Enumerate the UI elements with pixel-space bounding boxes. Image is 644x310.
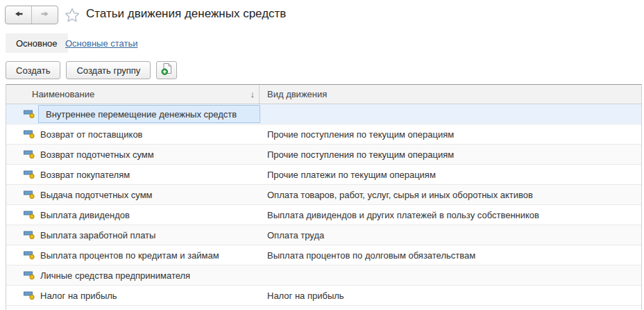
item-name: Возврат от поставщиков xyxy=(40,124,143,144)
item-name: Выплата заработной платы xyxy=(40,225,155,245)
item-name: Выплата процентов по кредитам и займам xyxy=(40,245,219,265)
catalog-item-icon xyxy=(24,110,36,119)
back-button[interactable] xyxy=(6,6,31,24)
cell-movement-type[interactable]: Выплата процентов по долговым обязательс… xyxy=(260,245,641,265)
cell-movement-type[interactable]: Оплата товаров, работ, услуг, сырья и ин… xyxy=(260,185,641,204)
table-row[interactable]: Возврат покупателям Прочие платежи по те… xyxy=(6,165,641,185)
create-group-button[interactable]: Создать группу xyxy=(66,61,151,79)
item-name: Налог на прибыль xyxy=(40,286,117,305)
cell-movement-type[interactable]: Налог на прибыль xyxy=(260,286,641,305)
item-name: Личные средства предпринимателя xyxy=(40,266,190,285)
cell-name[interactable]: Выплата процентов по кредитам и займам xyxy=(6,245,260,265)
forward-button[interactable] xyxy=(31,6,58,24)
catalog-item-icon xyxy=(24,251,36,260)
arrow-right-icon xyxy=(40,8,51,22)
cell-name[interactable]: Выплата дивидендов xyxy=(6,205,260,225)
table-row[interactable]: Выплата процентов по кредитам и займам В… xyxy=(6,245,641,266)
page-title: Статьи движения денежных средств xyxy=(86,7,286,21)
cell-movement-type[interactable]: Выплата дивидендов и других платежей в п… xyxy=(260,205,641,225)
item-name: Возврат покупателям xyxy=(40,165,130,184)
cell-name[interactable]: Налог на прибыль xyxy=(6,286,260,305)
item-name: Выдача подотчетных сумм xyxy=(40,185,153,204)
table-row[interactable]: Возврат подотчетных сумм Прочие поступле… xyxy=(6,145,641,165)
cell-movement-type[interactable]: Прочие поступления по текущим операциям xyxy=(260,145,641,164)
table-row[interactable]: Выплата заработной платы Оплата труда xyxy=(6,225,641,245)
cell-movement-type[interactable] xyxy=(260,266,641,285)
cell-name[interactable]: Возврат подотчетных сумм xyxy=(6,145,260,164)
cell-movement-type[interactable]: Оплата труда xyxy=(260,225,641,245)
cell-name[interactable]: Возврат покупателям xyxy=(6,165,260,184)
item-name: Возврат подотчетных сумм xyxy=(40,145,154,164)
cell-movement-type[interactable] xyxy=(260,104,641,124)
table-row[interactable]: Личные средства предпринимателя xyxy=(6,266,641,286)
column-header-name[interactable]: Наименование ↓ xyxy=(6,85,260,104)
cell-name[interactable]: Личные средства предпринимателя xyxy=(6,266,260,285)
catalog-item-icon xyxy=(24,211,36,220)
tab-link-main-items[interactable]: Основные статьи xyxy=(65,33,138,53)
catalog-item-icon xyxy=(24,150,36,159)
catalog-item-icon xyxy=(24,291,36,300)
table-row[interactable]: Выплата дивидендов Выплата дивидендов и … xyxy=(6,205,641,225)
table-filler xyxy=(6,306,641,310)
catalog-item-icon xyxy=(24,271,36,280)
create-by-copy-button[interactable] xyxy=(156,61,177,79)
table-row[interactable]: Возврат от поставщиков Прочие поступлени… xyxy=(6,124,641,145)
catalog-item-icon xyxy=(24,130,36,139)
cell-name[interactable]: Возврат от поставщиков xyxy=(6,124,260,144)
cell-name[interactable]: Выдача подотчетных сумм xyxy=(6,185,260,204)
arrow-left-icon xyxy=(13,8,24,22)
cell-movement-type[interactable]: Прочие платежи по текущим операциям xyxy=(260,165,641,184)
column-header-type[interactable]: Вид движения xyxy=(260,85,641,104)
column-header-type-label: Вид движения xyxy=(267,89,327,99)
cell-name[interactable]: Выплата заработной платы xyxy=(6,225,260,245)
column-header-name-label: Наименование xyxy=(32,89,94,99)
catalog-item-icon xyxy=(24,170,36,179)
nav-button-group xyxy=(5,6,58,24)
items-table: Наименование ↓ Вид движения Внутреннее п… xyxy=(6,84,642,310)
table-row[interactable]: Налог на прибыль Налог на прибыль xyxy=(6,286,641,306)
table-header: Наименование ↓ Вид движения xyxy=(6,84,641,104)
table-body: Внутреннее перемещение денежных средств … xyxy=(6,104,641,306)
cell-name[interactable]: Внутреннее перемещение денежных средств xyxy=(6,104,260,124)
favorite-star-icon[interactable] xyxy=(65,8,80,22)
create-button[interactable]: Создать xyxy=(6,61,60,79)
cell-movement-type[interactable]: Прочие поступления по текущим операциям xyxy=(260,124,641,144)
catalog-item-icon xyxy=(24,190,36,199)
sort-desc-icon[interactable]: ↓ xyxy=(251,85,255,104)
item-name: Внутреннее перемещение денежных средств xyxy=(38,105,260,123)
catalog-item-icon xyxy=(24,231,36,240)
item-name: Выплата дивидендов xyxy=(40,205,130,225)
table-row[interactable]: Внутреннее перемещение денежных средств xyxy=(6,104,641,124)
table-row[interactable]: Выдача подотчетных сумм Оплата товаров, … xyxy=(6,185,641,205)
tab-main[interactable]: Основное xyxy=(6,33,68,53)
toolbar: Создать Создать группу xyxy=(6,61,177,79)
document-plus-icon xyxy=(160,63,173,78)
